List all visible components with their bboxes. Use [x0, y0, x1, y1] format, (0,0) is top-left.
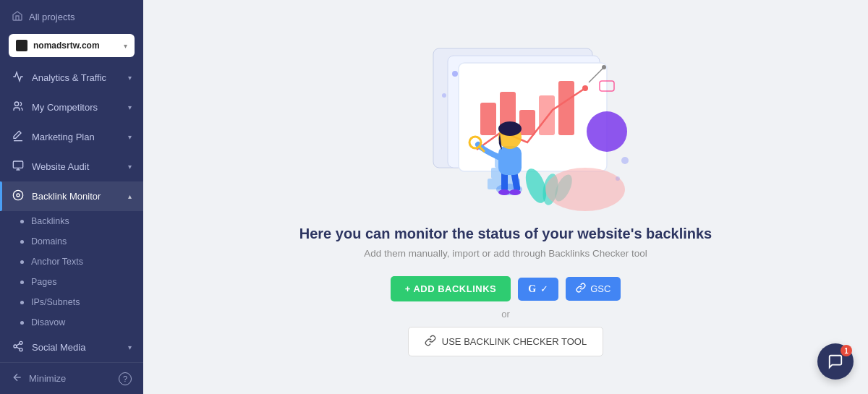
help-icon[interactable]: ?	[119, 372, 132, 385]
chat-icon	[827, 354, 843, 369]
minimize-button[interactable]: Minimize ?	[0, 362, 143, 394]
competitors-label: My Competitors	[32, 102, 98, 113]
home-icon	[12, 10, 23, 24]
social-label: Social Media	[32, 342, 85, 353]
svg-point-26	[587, 111, 627, 152]
analytics-icon	[12, 71, 25, 85]
sidebar-item-audit[interactable]: Website Audit ▾	[0, 152, 143, 181]
project-favicon	[16, 40, 27, 51]
main-heading: Here you can monitor the status of your …	[299, 226, 712, 242]
gsc-label: GSC	[590, 283, 610, 294]
backlinks-label: Backlinks	[31, 216, 69, 226]
project-chevron-icon: ▾	[124, 42, 127, 50]
svg-point-46	[621, 157, 629, 164]
svg-point-7	[17, 194, 20, 197]
domains-label: Domains	[31, 236, 67, 247]
svg-point-6	[13, 190, 22, 200]
marketing-chevron-icon: ▾	[128, 133, 132, 141]
main-subheading: Add them manually, import or add through…	[364, 248, 647, 259]
svg-marker-1	[14, 131, 21, 138]
svg-point-8	[20, 341, 22, 344]
sidebar-item-marketing[interactable]: Marketing Plan ▾	[0, 122, 143, 152]
all-projects-link[interactable]: All projects	[0, 0, 143, 34]
chat-widget[interactable]: 1	[817, 343, 854, 380]
checker-label: USE BACKLINK CHECKER TOOL	[442, 336, 587, 347]
ips-label: IPs/Subnets	[31, 297, 80, 307]
dot-icon	[20, 321, 24, 325]
dot-icon	[20, 301, 24, 304]
sidebar-subitem-backlinks[interactable]: Backlinks	[0, 211, 143, 231]
svg-point-24	[602, 65, 606, 69]
gsc-chain-icon	[576, 283, 586, 295]
svg-point-10	[20, 348, 22, 351]
add-backlinks-button[interactable]: + ADD BACKLINKS	[391, 276, 511, 301]
svg-point-9	[14, 345, 17, 348]
chat-badge: 1	[841, 345, 852, 356]
marketing-label: Marketing Plan	[32, 132, 95, 142]
google-import-button[interactable]: G ✓	[518, 278, 558, 301]
svg-point-22	[582, 85, 588, 91]
sidebar-subitem-ips[interactable]: IPs/Subnets	[0, 292, 143, 312]
svg-point-37	[498, 189, 510, 195]
svg-rect-19	[519, 110, 535, 135]
anchor-texts-label: Anchor Texts	[31, 257, 83, 267]
sidebar-subitem-anchor-texts[interactable]: Anchor Texts	[0, 252, 143, 272]
svg-point-45	[442, 93, 446, 98]
competitors-chevron-icon: ▾	[128, 103, 132, 111]
svg-line-11	[17, 347, 20, 349]
competitors-icon	[12, 100, 25, 114]
svg-point-44	[452, 71, 458, 77]
sidebar: All projects nomadsrtw.com ▾ Analytics &…	[0, 0, 143, 394]
audit-icon	[12, 160, 25, 174]
minimize-label: Minimize	[29, 373, 66, 384]
backlink-label: Backlink Monitor	[32, 191, 101, 202]
google-g-icon: G	[528, 283, 536, 295]
project-name: nomadsrtw.com	[33, 40, 118, 51]
sidebar-subitem-disavow[interactable]: Disavow	[0, 312, 143, 333]
svg-point-47	[616, 176, 620, 181]
backlink-chevron-icon: ▴	[128, 192, 132, 200]
social-icon	[12, 341, 25, 354]
main-content: Here you can monitor the status of your …	[143, 0, 868, 394]
dot-icon	[20, 280, 24, 284]
svg-rect-3	[13, 161, 22, 168]
svg-rect-39	[498, 146, 522, 175]
active-indicator	[0, 181, 2, 211]
dot-icon	[20, 240, 24, 244]
action-buttons-row: + ADD BACKLINKS G ✓ GSC	[391, 276, 621, 301]
minimize-arrow-icon	[12, 372, 23, 385]
svg-point-38	[509, 189, 521, 195]
all-projects-label: All projects	[29, 12, 75, 22]
sidebar-item-backlink[interactable]: Backlink Monitor ▴	[0, 181, 143, 211]
project-selector[interactable]: nomadsrtw.com ▾	[9, 34, 135, 57]
sidebar-item-social[interactable]: Social Media ▾	[0, 333, 143, 362]
audit-label: Website Audit	[32, 161, 89, 172]
hero-illustration	[375, 38, 636, 211]
use-checker-button[interactable]: USE BACKLINK CHECKER TOOL	[408, 327, 603, 356]
gsc-button[interactable]: GSC	[566, 277, 621, 301]
backlink-icon	[12, 189, 25, 203]
svg-rect-20	[539, 95, 555, 135]
social-chevron-icon: ▾	[128, 343, 132, 351]
svg-point-0	[14, 102, 18, 106]
sidebar-subitem-domains[interactable]: Domains	[0, 231, 143, 252]
analytics-label: Analytics & Traffic	[32, 72, 106, 83]
audit-chevron-icon: ▾	[128, 163, 132, 171]
svg-point-30	[545, 168, 625, 211]
analytics-chevron-icon: ▾	[128, 74, 132, 82]
sidebar-item-competitors[interactable]: My Competitors ▾	[0, 93, 143, 122]
checkmark-icon: ✓	[540, 283, 548, 294]
dot-icon	[20, 220, 24, 223]
or-text: or	[501, 309, 510, 320]
svg-rect-17	[480, 103, 496, 135]
svg-point-41	[498, 121, 522, 136]
dot-icon	[20, 260, 24, 264]
marketing-icon	[12, 130, 25, 144]
svg-line-12	[17, 343, 20, 346]
svg-rect-21	[558, 81, 574, 135]
pages-label: Pages	[31, 277, 56, 287]
checker-link-icon	[425, 335, 436, 348]
disavow-label: Disavow	[31, 317, 65, 327]
sidebar-subitem-pages[interactable]: Pages	[0, 272, 143, 292]
sidebar-item-analytics[interactable]: Analytics & Traffic ▾	[0, 63, 143, 93]
